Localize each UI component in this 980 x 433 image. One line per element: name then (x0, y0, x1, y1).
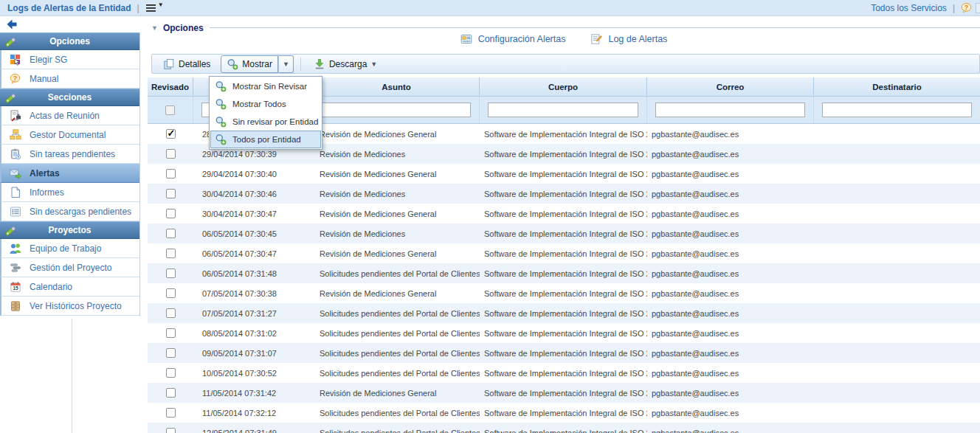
row-checkbox[interactable] (166, 249, 176, 258)
mostrar-button[interactable]: Mostrar (221, 55, 278, 73)
sidebar-section-header[interactable]: Proyectos (0, 221, 139, 239)
mostrar-icon (215, 116, 227, 128)
row-checkbox[interactable] (166, 169, 176, 179)
configuracion-alertas-link[interactable]: Configuración Alertas (460, 33, 566, 45)
sidebar-item-ver-hist-ricos-proyecto[interactable]: Ver Históricos Proyecto (0, 297, 139, 316)
cell-fecha: 12/05/2014 07:31:49 (193, 423, 314, 433)
row-checkbox[interactable] (166, 149, 176, 159)
row-checkbox[interactable] (166, 308, 176, 318)
column-header-asunto[interactable]: Asunto (314, 77, 480, 96)
cell-correo: pgbastante@audisec.es (647, 164, 814, 184)
cell-destinatario (814, 243, 980, 263)
table-row[interactable]: 06/05/2014 07:30:47 Revisión de Medicion… (148, 243, 980, 263)
cell-cuerpo: Software de Implementación Integral de I… (480, 204, 647, 224)
cell-destinatario (814, 144, 980, 164)
tareas-pendientes-icon (9, 148, 22, 161)
sidebar-item-sin-tareas-pendientes[interactable]: Sin tareas pendientes (0, 145, 139, 164)
row-checkbox[interactable] (166, 348, 176, 358)
cell-asunto: Revisión de Mediciones General (314, 283, 480, 303)
row-checkbox[interactable] (166, 129, 176, 139)
table-row[interactable]: 12/05/2014 07:31:49 Solicitudes pendient… (148, 423, 980, 433)
row-checkbox[interactable] (166, 428, 176, 433)
cell-cuerpo: Software de Implementación Integral de I… (480, 423, 647, 433)
cell-destinatario (814, 164, 980, 184)
menu-item-mostrar-sin-revisar[interactable]: Mostrar Sin Revisar (210, 77, 321, 95)
descarga-icon (314, 58, 325, 70)
sidebar-item-equipo-de-trabajo[interactable]: Equipo de Trabajo (0, 239, 139, 258)
sidebar-item-gesti-n-del-proyecto[interactable]: Gestión del Proyecto (0, 258, 139, 277)
table-row[interactable]: 11/05/2014 07:32:12 Solicitudes pendient… (148, 403, 980, 423)
row-checkbox[interactable] (166, 269, 176, 278)
column-header-correo[interactable]: Correo (647, 77, 814, 96)
row-checkbox[interactable] (166, 408, 176, 418)
cell-correo: pgbastante@audisec.es (647, 323, 814, 343)
sidebar-item-calendario[interactable]: 15 Calendario (0, 277, 139, 297)
mostrar-dropdown-button[interactable]: ▼ (278, 55, 294, 73)
table-row[interactable]: 09/05/2014 07:31:07 Solicitudes pendient… (148, 343, 980, 363)
menu-item-label: Sin revisar por Entidad (232, 117, 318, 126)
menu-item-mostrar-todos[interactable]: Mostrar Todos (210, 95, 321, 113)
svg-text:?: ? (13, 74, 18, 81)
descarga-button[interactable]: Descarga ▼ (308, 55, 383, 73)
sidebar-item-alertas[interactable]: Alertas (0, 164, 139, 183)
sidebar-item-informes[interactable]: Informes (0, 183, 139, 202)
chevron-down-icon: ▼ (283, 60, 289, 68)
filter-input-destinatario[interactable] (822, 103, 972, 117)
sidebar-divider (72, 319, 72, 433)
actas-reunion-icon (9, 109, 22, 122)
menu-item-todos-por-entidad[interactable]: Todos por Entidad (210, 131, 321, 148)
collapse-panel-icon[interactable]: ▼ (151, 24, 158, 32)
row-checkbox[interactable] (166, 229, 176, 238)
table-row[interactable]: 30/04/2014 07:30:47 Revisión de Medicion… (148, 204, 980, 224)
sidebar-item-manual[interactable]: ? Manual (0, 69, 139, 89)
table-row[interactable]: 07/05/2014 07:31:27 Solicitudes pendient… (148, 303, 980, 323)
cell-correo: pgbastante@audisec.es (647, 124, 814, 144)
column-header-revisado[interactable]: Revisado (148, 77, 193, 96)
log-de-alertas-link[interactable]: Log de Alertas (590, 33, 667, 45)
cell-destinatario (814, 383, 980, 403)
table-row[interactable]: 06/05/2014 07:31:48 Solicitudes pendient… (148, 263, 980, 283)
menu-item-sin-revisar-por-entidad[interactable]: Sin revisar por Entidad (210, 113, 321, 131)
sidebar: Opciones Elegir SG ? Manual Secciones Ac… (0, 16, 140, 433)
filter-input-correo[interactable] (655, 103, 805, 117)
select-all-checkbox[interactable] (165, 105, 175, 115)
detalles-button[interactable]: Detalles (157, 55, 216, 73)
row-checkbox[interactable] (166, 288, 176, 298)
table-row[interactable]: 08/05/2014 07:31:02 Solicitudes pendient… (148, 323, 980, 343)
table-row[interactable]: 29/04/2014 07:30:40 Revisión de Medicion… (148, 164, 980, 184)
column-header-cuerpo[interactable]: Cuerpo (480, 77, 647, 96)
table-row[interactable]: 10/05/2014 07:30:52 Solicitudes pendient… (148, 363, 980, 383)
cell-cuerpo: Software de Implementación Integral de I… (480, 243, 647, 263)
row-checkbox[interactable] (166, 189, 176, 198)
cell-asunto: Solicitudes pendientes del Portal de Cli… (314, 403, 480, 423)
sidebar-item-sin-descargas-pendientes[interactable]: Sin descargas pendientes (0, 202, 139, 221)
sidebar-item-gestor-documental[interactable]: Gestor Documental (0, 125, 139, 145)
sidebar-item-actas-de-reuni-n[interactable]: Actas de Reunión (0, 106, 139, 125)
sidebar-item-elegir-sg[interactable]: Elegir SG (0, 50, 139, 69)
sidebar-item-label: Elegir SG (30, 55, 67, 65)
row-checkbox[interactable] (166, 388, 176, 398)
cell-correo: pgbastante@audisec.es (647, 403, 814, 423)
back-arrow-icon[interactable] (6, 18, 18, 30)
table-row[interactable]: 11/05/2014 07:31:42 Revisión de Medicion… (148, 383, 980, 403)
filter-input-cuerpo[interactable] (488, 103, 638, 117)
filter-input-asunto[interactable] (322, 103, 471, 117)
column-header-destinatario[interactable]: Destinatario (814, 77, 980, 96)
table-row[interactable]: 06/05/2014 07:30:45 Revisión de Medicion… (148, 224, 980, 243)
row-checkbox[interactable] (166, 328, 176, 338)
services-link[interactable]: Todos los Servicios (871, 3, 947, 13)
help-icon[interactable]: ? (961, 2, 973, 14)
sidebar-section-header[interactable]: Opciones (0, 32, 139, 50)
cell-destinatario (814, 363, 980, 383)
row-checkbox[interactable] (166, 209, 176, 218)
topbar: Logs de Alertas de la Entidad | ▼ Todos … (0, 0, 980, 16)
clipped-edge-icon (976, 3, 980, 13)
sidebar-item-label: Gestión del Proyecto (30, 263, 111, 273)
sidebar-section-title: Proyectos (0, 225, 139, 235)
table-row[interactable]: 30/04/2014 07:30:46 Revisión de Medicion… (148, 184, 980, 204)
row-checkbox[interactable] (166, 368, 176, 378)
table-row[interactable]: 07/05/2014 07:30:38 Revisión de Medicion… (148, 283, 980, 303)
hamburger-menu-button[interactable]: ▼ (145, 2, 164, 14)
sidebar-section-header[interactable]: Secciones (0, 89, 139, 106)
tag-icon (4, 225, 16, 237)
